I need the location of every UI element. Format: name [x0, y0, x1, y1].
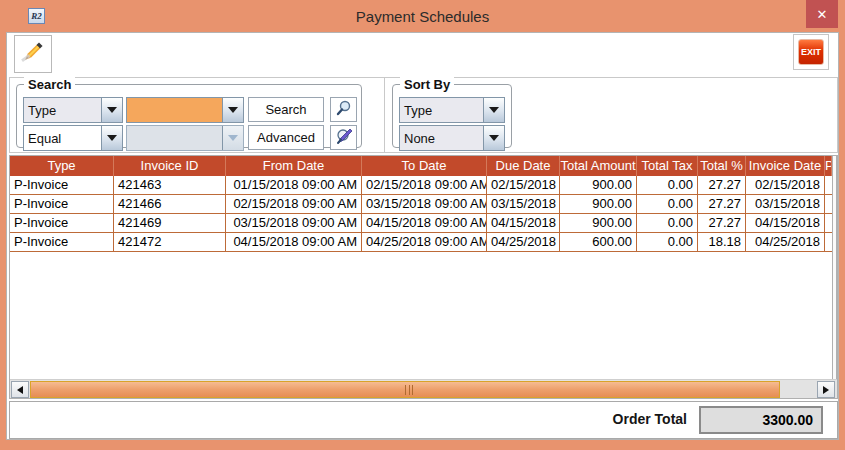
grip-icon	[405, 385, 413, 395]
exit-button[interactable]: EXIT	[798, 39, 824, 65]
search-value2-input	[126, 125, 244, 151]
table-cell[interactable]: 04/15/2018	[746, 214, 825, 233]
find-button[interactable]	[330, 97, 357, 122]
table-cell[interactable]: 04/25/2018	[746, 233, 825, 252]
table-cell[interactable]: 0.00	[637, 214, 698, 233]
column-header[interactable]: Total %	[698, 156, 746, 176]
sortby-groupbox: Sort By Type None	[392, 84, 512, 148]
chevron-down-icon[interactable]	[101, 126, 122, 150]
order-total-label: Order Total	[613, 411, 687, 427]
table-cell[interactable]: 600.00	[560, 233, 637, 252]
scroll-right-icon[interactable]	[817, 381, 835, 398]
panel-divider	[384, 78, 385, 152]
table-row[interactable]: P-Invoice42146903/15/2018 09:00 AM04/15/…	[10, 214, 832, 233]
table-cell[interactable]: P-Invoice	[10, 233, 114, 252]
filter-strip: Search Type Search	[9, 77, 838, 153]
search-legend: Search	[24, 77, 75, 92]
column-header[interactable]: Total Amount	[560, 156, 637, 176]
sort-secondary-select[interactable]: None	[399, 125, 505, 151]
table-cell[interactable]: 900.00	[560, 214, 637, 233]
table-cell[interactable]: 01/15/2018 09:00 AM	[226, 176, 362, 195]
column-header[interactable]: Type	[10, 156, 114, 176]
exit-button-frame: EXIT	[793, 34, 829, 70]
scroll-left-icon[interactable]	[11, 381, 29, 398]
advanced-find-button[interactable]	[330, 125, 357, 150]
vertical-scrollbar[interactable]	[832, 156, 837, 379]
table-cell[interactable]: 03/15/2018	[746, 195, 825, 214]
table-header-row: TypeInvoice IDFrom DateTo DateDue DateTo…	[10, 156, 832, 176]
column-header[interactable]: To Date	[362, 156, 487, 176]
search-field-select[interactable]: Type	[23, 97, 123, 123]
table-cell[interactable]: 02/15/2018 09:00 AM	[362, 176, 487, 195]
payment-schedules-window: R2 Payment Schedules ✕ EXIT	[0, 0, 845, 450]
chevron-down-icon[interactable]	[222, 98, 243, 122]
column-header[interactable]: From Date	[226, 156, 362, 176]
table-cell[interactable]: 04/15/2018	[487, 214, 560, 233]
advanced-button[interactable]: Advanced	[248, 125, 324, 150]
table-cell[interactable]: 04/25/2018	[487, 233, 560, 252]
pencil-icon	[19, 38, 47, 70]
table-body: P-Invoice42146301/15/2018 09:00 AM02/15/…	[10, 176, 832, 252]
scrollbar-thumb[interactable]	[30, 381, 780, 398]
table-cell[interactable]: 18.18	[698, 233, 746, 252]
table-cell[interactable]: 03/15/2018 09:00 AM	[362, 195, 487, 214]
footer-panel: Order Total 3300.00	[9, 401, 838, 439]
column-header[interactable]: Due Date	[487, 156, 560, 176]
table-cell[interactable]: 02/15/2018	[487, 176, 560, 195]
table-row[interactable]: P-Invoice42146602/15/2018 09:00 AM03/15/…	[10, 195, 832, 214]
table-cell[interactable]: 0.00	[637, 176, 698, 195]
chevron-down-icon[interactable]	[101, 98, 122, 122]
order-total-value: 3300.00	[699, 406, 823, 434]
horizontal-scrollbar[interactable]	[10, 379, 837, 398]
search-button[interactable]: Search	[248, 97, 324, 122]
column-header[interactable]: Invoice ID	[114, 156, 226, 176]
table-cell[interactable]: 421469	[114, 214, 226, 233]
column-header[interactable]: Invoice Date	[746, 156, 825, 176]
table-cell[interactable]: 04/15/2018 09:00 AM	[362, 214, 487, 233]
table-row[interactable]: P-Invoice42147204/15/2018 09:00 AM04/25/…	[10, 233, 832, 252]
table-cell[interactable]: P-Invoice	[10, 214, 114, 233]
table-cell[interactable]: P-Invoice	[10, 195, 114, 214]
table-cell[interactable]: 03/15/2018	[487, 195, 560, 214]
table-row[interactable]: P-Invoice42146301/15/2018 09:00 AM02/15/…	[10, 176, 832, 195]
column-header[interactable]: P	[825, 156, 832, 176]
sort-primary-select[interactable]: Type	[399, 97, 505, 123]
table-cell[interactable]: 03/15/2018 09:00 AM	[226, 214, 362, 233]
close-icon[interactable]: ✕	[806, 0, 838, 28]
chevron-down-icon[interactable]	[483, 98, 504, 122]
table-cell[interactable]: 02/15/2018	[746, 176, 825, 195]
table-cell[interactable]: 0.00	[637, 195, 698, 214]
schedule-table: TypeInvoice IDFrom DateTo DateDue DateTo…	[10, 156, 832, 252]
window-title: Payment Schedules	[0, 0, 845, 32]
table-cell[interactable]: 0.00	[637, 233, 698, 252]
table-cell[interactable]: 27.27	[698, 176, 746, 195]
table-cell[interactable]: 900.00	[560, 176, 637, 195]
sortby-legend: Sort By	[400, 77, 454, 92]
search-groupbox: Search Type Search	[16, 84, 362, 148]
table-cell[interactable]: P-Invoice	[10, 176, 114, 195]
table-cell[interactable]: 04/15/2018 09:00 AM	[226, 233, 362, 252]
table-cell[interactable]: 27.27	[698, 195, 746, 214]
search-operator-select[interactable]: Equal	[23, 125, 123, 151]
advanced-search-icon	[335, 127, 353, 149]
table-cell[interactable]: 421466	[114, 195, 226, 214]
titlebar: R2 Payment Schedules ✕	[0, 0, 845, 32]
table-cell[interactable]: 421463	[114, 176, 226, 195]
table-cell[interactable]: 900.00	[560, 195, 637, 214]
search-value-input[interactable]	[126, 97, 244, 123]
table-cell[interactable]: 04/25/2018 09:00 AM	[362, 233, 487, 252]
schedule-table-panel: TypeInvoice IDFrom DateTo DateDue DateTo…	[9, 155, 838, 399]
column-header[interactable]: Total Tax	[637, 156, 698, 176]
table-cell[interactable]: 02/15/2018 09:00 AM	[226, 195, 362, 214]
edit-button[interactable]	[14, 35, 52, 73]
table-cell[interactable]: 27.27	[698, 214, 746, 233]
window-content: EXIT Search Type Search	[6, 32, 839, 440]
search-icon	[335, 99, 353, 121]
chevron-down-icon[interactable]	[483, 126, 504, 150]
table-cell[interactable]: 421472	[114, 233, 226, 252]
chevron-down-icon	[222, 126, 243, 150]
